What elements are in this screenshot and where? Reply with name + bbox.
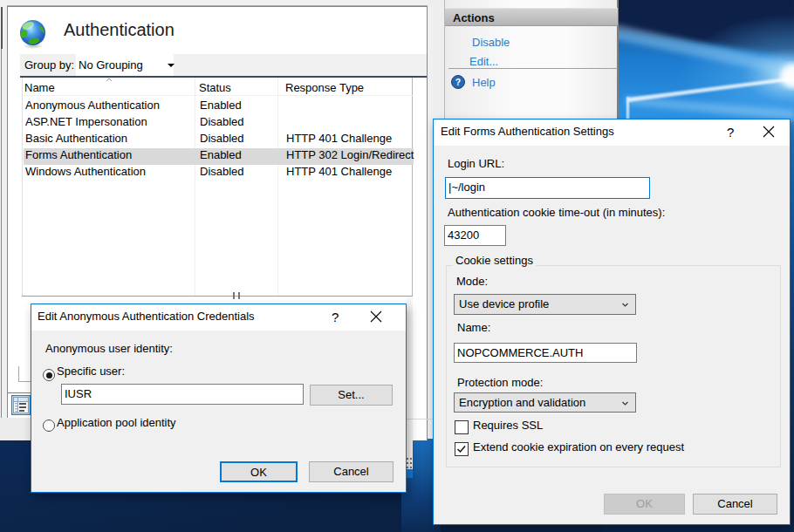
svg-text:?: ? [455, 77, 461, 87]
